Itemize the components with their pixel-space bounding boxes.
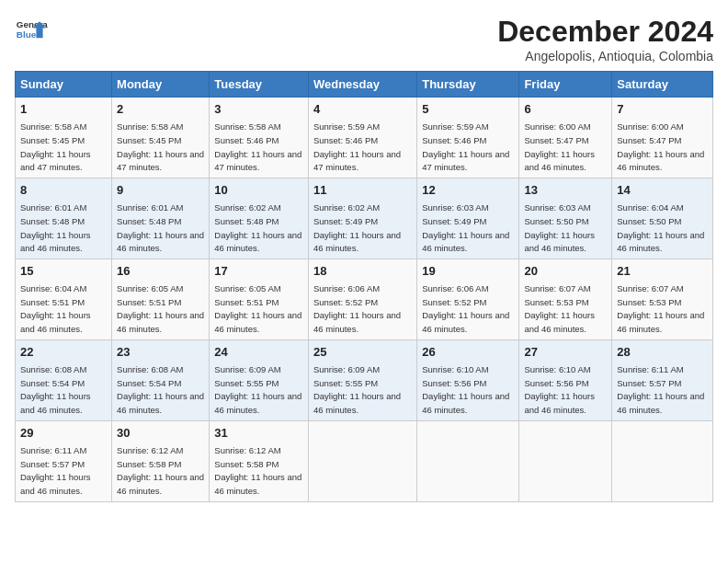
calendar-header-row: SundayMondayTuesdayWednesdayThursdayFrid… xyxy=(16,72,713,98)
day-info: Sunrise: 5:59 AM Sunset: 5:46 PM Dayligh… xyxy=(422,121,509,172)
calendar-cell: 23Sunrise: 6:08 AM Sunset: 5:54 PM Dayli… xyxy=(112,339,210,420)
day-info: Sunrise: 6:04 AM Sunset: 5:50 PM Dayligh… xyxy=(617,202,704,253)
calendar-cell: 17Sunrise: 6:05 AM Sunset: 5:51 PM Dayli… xyxy=(210,259,309,339)
day-info: Sunrise: 6:07 AM Sunset: 5:53 PM Dayligh… xyxy=(617,283,704,334)
day-number: 9 xyxy=(117,182,204,199)
day-info: Sunrise: 6:05 AM Sunset: 5:51 PM Dayligh… xyxy=(214,283,301,334)
day-number: 24 xyxy=(214,344,303,361)
calendar-cell: 18Sunrise: 6:06 AM Sunset: 5:52 PM Dayli… xyxy=(308,259,416,339)
day-number: 12 xyxy=(422,182,514,199)
day-info: Sunrise: 6:09 AM Sunset: 5:55 PM Dayligh… xyxy=(313,364,401,415)
day-number: 21 xyxy=(617,263,708,280)
day-number: 25 xyxy=(313,344,412,361)
svg-text:General: General xyxy=(17,19,48,29)
calendar-cell: 16Sunrise: 6:05 AM Sunset: 5:51 PM Dayli… xyxy=(112,259,210,339)
calendar-cell: 2Sunrise: 5:58 AM Sunset: 5:45 PM Daylig… xyxy=(112,98,210,178)
calendar-cell: 20Sunrise: 6:07 AM Sunset: 5:53 PM Dayli… xyxy=(519,259,612,339)
day-number: 2 xyxy=(117,101,204,118)
calendar-cell: 27Sunrise: 6:10 AM Sunset: 5:56 PM Dayli… xyxy=(519,339,612,420)
day-info: Sunrise: 6:08 AM Sunset: 5:54 PM Dayligh… xyxy=(117,364,204,415)
day-number: 31 xyxy=(214,425,303,442)
calendar-cell: 9Sunrise: 6:01 AM Sunset: 5:48 PM Daylig… xyxy=(112,178,210,259)
calendar-cell xyxy=(612,420,713,501)
calendar-week-3: 15Sunrise: 6:04 AM Sunset: 5:51 PM Dayli… xyxy=(16,259,713,339)
calendar-cell: 6Sunrise: 6:00 AM Sunset: 5:47 PM Daylig… xyxy=(519,98,612,178)
calendar-cell: 26Sunrise: 6:10 AM Sunset: 5:56 PM Dayli… xyxy=(417,339,519,420)
calendar-cell: 19Sunrise: 6:06 AM Sunset: 5:52 PM Dayli… xyxy=(417,259,519,339)
calendar-cell: 24Sunrise: 6:09 AM Sunset: 5:55 PM Dayli… xyxy=(210,339,309,420)
page-subtitle: Angelopolis, Antioquia, Colombia xyxy=(497,49,713,63)
day-number: 28 xyxy=(617,344,708,361)
calendar-cell: 8Sunrise: 6:01 AM Sunset: 5:48 PM Daylig… xyxy=(16,178,112,259)
calendar-cell: 10Sunrise: 6:02 AM Sunset: 5:48 PM Dayli… xyxy=(210,178,309,259)
day-info: Sunrise: 6:02 AM Sunset: 5:49 PM Dayligh… xyxy=(313,202,401,253)
day-number: 18 xyxy=(313,263,412,280)
calendar-cell: 25Sunrise: 6:09 AM Sunset: 5:55 PM Dayli… xyxy=(308,339,416,420)
calendar-cell: 14Sunrise: 6:04 AM Sunset: 5:50 PM Dayli… xyxy=(612,178,713,259)
day-info: Sunrise: 6:10 AM Sunset: 5:56 PM Dayligh… xyxy=(422,364,509,415)
day-info: Sunrise: 6:10 AM Sunset: 5:56 PM Dayligh… xyxy=(524,364,595,415)
day-info: Sunrise: 6:01 AM Sunset: 5:48 PM Dayligh… xyxy=(117,202,204,253)
day-info: Sunrise: 6:09 AM Sunset: 5:55 PM Dayligh… xyxy=(214,364,301,415)
day-number: 19 xyxy=(422,263,514,280)
logo-icon: General Blue xyxy=(15,15,48,48)
logo: General Blue xyxy=(15,15,48,48)
calendar-week-4: 22Sunrise: 6:08 AM Sunset: 5:54 PM Dayli… xyxy=(16,339,713,420)
calendar-cell: 22Sunrise: 6:08 AM Sunset: 5:54 PM Dayli… xyxy=(16,339,112,420)
svg-text:Blue: Blue xyxy=(17,29,37,40)
calendar-cell: 11Sunrise: 6:02 AM Sunset: 5:49 PM Dayli… xyxy=(308,178,416,259)
day-number: 29 xyxy=(20,425,107,442)
calendar-cell: 31Sunrise: 6:12 AM Sunset: 5:58 PM Dayli… xyxy=(210,420,309,501)
header: General Blue December 2024 Angelopolis, … xyxy=(15,15,713,63)
calendar-cell: 1Sunrise: 5:58 AM Sunset: 5:45 PM Daylig… xyxy=(16,98,112,178)
day-info: Sunrise: 6:11 AM Sunset: 5:57 PM Dayligh… xyxy=(20,445,91,496)
day-number: 7 xyxy=(617,101,708,118)
day-number: 6 xyxy=(524,101,607,118)
calendar-cell: 21Sunrise: 6:07 AM Sunset: 5:53 PM Dayli… xyxy=(612,259,713,339)
day-info: Sunrise: 6:06 AM Sunset: 5:52 PM Dayligh… xyxy=(422,283,509,334)
calendar-cell: 30Sunrise: 6:12 AM Sunset: 5:58 PM Dayli… xyxy=(112,420,210,501)
day-info: Sunrise: 6:12 AM Sunset: 5:58 PM Dayligh… xyxy=(117,445,204,496)
header-thursday: Thursday xyxy=(417,72,519,98)
day-number: 17 xyxy=(214,263,303,280)
calendar-cell: 28Sunrise: 6:11 AM Sunset: 5:57 PM Dayli… xyxy=(612,339,713,420)
day-number: 23 xyxy=(117,344,204,361)
calendar-cell: 5Sunrise: 5:59 AM Sunset: 5:46 PM Daylig… xyxy=(417,98,519,178)
calendar-cell: 4Sunrise: 5:59 AM Sunset: 5:46 PM Daylig… xyxy=(308,98,416,178)
header-sunday: Sunday xyxy=(16,72,112,98)
calendar-week-5: 29Sunrise: 6:11 AM Sunset: 5:57 PM Dayli… xyxy=(16,420,713,501)
day-number: 22 xyxy=(20,344,107,361)
day-info: Sunrise: 5:58 AM Sunset: 5:45 PM Dayligh… xyxy=(117,121,204,172)
day-info: Sunrise: 6:02 AM Sunset: 5:48 PM Dayligh… xyxy=(214,202,301,253)
day-number: 26 xyxy=(422,344,514,361)
day-number: 4 xyxy=(313,101,412,118)
day-number: 5 xyxy=(422,101,514,118)
calendar-cell xyxy=(308,420,416,501)
day-info: Sunrise: 6:12 AM Sunset: 5:58 PM Dayligh… xyxy=(214,445,301,496)
day-info: Sunrise: 6:06 AM Sunset: 5:52 PM Dayligh… xyxy=(313,283,401,334)
day-info: Sunrise: 6:01 AM Sunset: 5:48 PM Dayligh… xyxy=(20,202,91,253)
calendar-cell: 3Sunrise: 5:58 AM Sunset: 5:46 PM Daylig… xyxy=(210,98,309,178)
day-info: Sunrise: 6:03 AM Sunset: 5:49 PM Dayligh… xyxy=(422,202,509,253)
calendar-week-2: 8Sunrise: 6:01 AM Sunset: 5:48 PM Daylig… xyxy=(16,178,713,259)
day-number: 27 xyxy=(524,344,607,361)
header-friday: Friday xyxy=(519,72,612,98)
day-number: 30 xyxy=(117,425,204,442)
calendar-table: SundayMondayTuesdayWednesdayThursdayFrid… xyxy=(15,71,713,502)
day-info: Sunrise: 6:05 AM Sunset: 5:51 PM Dayligh… xyxy=(117,283,204,334)
day-info: Sunrise: 6:08 AM Sunset: 5:54 PM Dayligh… xyxy=(20,364,91,415)
day-number: 3 xyxy=(214,101,303,118)
day-number: 1 xyxy=(20,101,107,118)
day-number: 11 xyxy=(313,182,412,199)
header-tuesday: Tuesday xyxy=(210,72,309,98)
calendar-cell xyxy=(519,420,612,501)
day-number: 10 xyxy=(214,182,303,199)
day-info: Sunrise: 6:04 AM Sunset: 5:51 PM Dayligh… xyxy=(20,283,91,334)
day-number: 15 xyxy=(20,263,107,280)
day-info: Sunrise: 5:59 AM Sunset: 5:46 PM Dayligh… xyxy=(313,121,401,172)
day-number: 20 xyxy=(524,263,607,280)
calendar-cell: 12Sunrise: 6:03 AM Sunset: 5:49 PM Dayli… xyxy=(417,178,519,259)
calendar-cell: 29Sunrise: 6:11 AM Sunset: 5:57 PM Dayli… xyxy=(16,420,112,501)
day-number: 8 xyxy=(20,182,107,199)
day-number: 14 xyxy=(617,182,708,199)
